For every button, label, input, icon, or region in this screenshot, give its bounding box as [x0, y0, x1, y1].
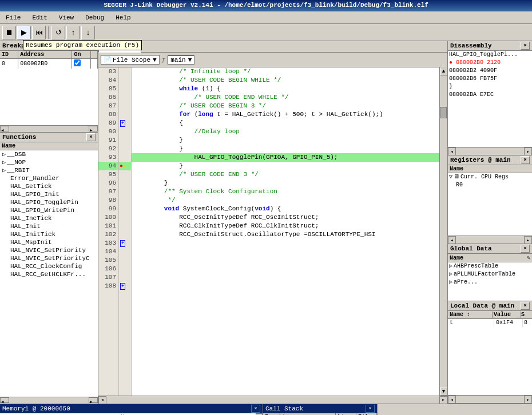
disasm-scroll-track [456, 147, 524, 155]
dropdown-arrow[interactable]: ▼ [153, 57, 157, 63]
functions-hscroll[interactable]: ◂ ▸ [0, 397, 98, 404]
func-item-hal-gpio-init[interactable]: HAL_GPIO_Init [0, 190, 98, 198]
expand-103[interactable]: + [120, 240, 125, 247]
tree-toggle[interactable]: ▷ [2, 167, 6, 174]
marker-94: ● ➤ [119, 162, 131, 170]
code-content[interactable]: /* Infinite loop */ /* USER CODE BEGIN W… [132, 67, 439, 396]
global-data-edit-icon[interactable]: ✎ [527, 254, 530, 261]
func-scope-dropdown[interactable]: main ▼ [168, 55, 194, 65]
resume-button[interactable]: ▶ [17, 26, 31, 39]
hscroll-left[interactable]: ◂ [98, 396, 106, 404]
global-data-col-header: Name ✎ [448, 254, 532, 262]
func-item-nop[interactable]: ▷ __NOP [0, 158, 98, 166]
func-item-hal-init[interactable]: HAL_Init [0, 222, 98, 230]
line-num-91: 91 [98, 136, 118, 145]
reg-scroll-right[interactable]: ▸ [524, 236, 532, 244]
functions-close[interactable]: × [86, 133, 96, 141]
func-item-hal-inittick[interactable]: HAL_InitTick [0, 230, 98, 238]
expand-108[interactable]: + [120, 283, 125, 290]
disasm-scroll-left[interactable]: ◂ [448, 147, 456, 155]
bp-checkbox[interactable] [74, 59, 81, 66]
code-line-93: } [132, 145, 439, 153]
disasm-scroll-right[interactable]: ▸ [524, 147, 532, 155]
registers-close[interactable]: × [521, 156, 530, 164]
functions-controls: × [86, 133, 96, 141]
func-dropdown-arrow[interactable]: ▼ [188, 57, 192, 63]
stop-button[interactable]: ⏹ [2, 26, 16, 39]
marker-105 [119, 256, 131, 265]
marker-89: + [119, 119, 131, 127]
func-item-hal-inctick[interactable]: HAL_IncTick [0, 214, 98, 222]
line-num-102: 102 [98, 230, 118, 239]
func-item-hal-gettick[interactable]: HAL_GetTick [0, 182, 98, 190]
file-scope-dropdown[interactable]: 📄 File Scope ▼ [101, 55, 160, 65]
marker-108: + [119, 282, 131, 290]
local-scroll-right[interactable]: ▸ [524, 396, 532, 404]
code-hscroll[interactable]: ◂ ▸ [98, 396, 447, 404]
reg-group-cpu: ▽ 🖥 Curr. CPU Regs [448, 173, 532, 181]
local-scroll-track [456, 396, 524, 403]
step-over-button[interactable]: ↺ [51, 26, 65, 39]
code-line-101: /** System Clock Configuration [132, 187, 439, 196]
scroll-left-btn[interactable]: ◂ [0, 397, 9, 403]
code-line-97: /* USER CODE END 3 */ [132, 170, 439, 179]
global-data-header: Global Data × [448, 244, 532, 254]
menu-file[interactable]: File [2, 14, 24, 22]
local-hscroll[interactable]: ◂ ▸ [448, 395, 532, 403]
tooltip: Resumes program execution (F5) [23, 40, 142, 50]
func-item-hal-rcc-clockconfig[interactable]: HAL_RCC_ClockConfig [0, 262, 98, 270]
func-item-hal-mspinit[interactable]: HAL_MspInit [0, 238, 98, 246]
func-item-error-handler[interactable]: Error_Handler [0, 174, 98, 182]
marker-88 [119, 110, 131, 119]
reset-button[interactable]: ⏮ [32, 26, 46, 39]
local-data-close[interactable]: × [521, 302, 530, 310]
marker-83 [119, 67, 131, 76]
func-label: HAL_GPIO_WritePin [10, 207, 74, 214]
func-item-hal-rcc-gethclkfr[interactable]: HAL_RCC_GetHCLKFr... [0, 270, 98, 278]
scroll-track [9, 126, 89, 132]
menu-edit[interactable]: Edit [29, 14, 50, 22]
disasm-hscroll[interactable]: ◂ ▸ [448, 147, 532, 155]
step-into-button[interactable]: ↑ [66, 26, 80, 39]
line-num-85: 85 [98, 85, 118, 93]
tree-toggle[interactable]: ▷ [2, 159, 6, 166]
func-item-rbit[interactable]: ▷ __RBIT [0, 166, 98, 174]
vscroll-up[interactable]: ▲ [440, 67, 448, 75]
expand-ahb[interactable]: ▷ [449, 262, 452, 270]
vscroll-thumb[interactable] [440, 107, 447, 118]
editor-toolbar-sep: ƒ [162, 57, 166, 63]
line-num-86: 86 [98, 93, 118, 102]
func-item-hal-nvic-setpriority[interactable]: HAL_NVIC_SetPriority [0, 246, 98, 254]
expand-apll[interactable]: ▷ [449, 270, 452, 278]
local-scroll-left[interactable]: ◂ [448, 396, 456, 404]
func-item-hal-nvic-setpriorityc[interactable]: HAL_NVIC_SetPriorityC [0, 254, 98, 262]
func-item-hal-gpio-writepin[interactable]: HAL_GPIO_WritePin [0, 206, 98, 214]
reg-group-toggle[interactable]: ▽ [449, 173, 452, 181]
step-out-button[interactable]: ↓ [81, 26, 95, 39]
memory-close[interactable]: × [251, 405, 260, 413]
menu-debug[interactable]: Debug [82, 14, 108, 22]
reg-scroll-left[interactable]: ◂ [448, 236, 456, 244]
disassembly-close[interactable]: × [521, 42, 530, 50]
main-layout: Breakpoints × ID Address On [0, 41, 532, 404]
code-line-84: /* USER CODE BEGIN WHILE */ [132, 76, 439, 85]
expand-89[interactable]: + [120, 120, 125, 127]
hscroll-right[interactable]: ▸ [439, 396, 447, 404]
menu-help[interactable]: Help [112, 14, 134, 22]
scroll-left-btn[interactable]: ◂ [0, 126, 9, 131]
reg-group-icon: 🖥 [454, 173, 459, 181]
menu-view[interactable]: View [55, 14, 77, 22]
code-vscroll[interactable]: ▲ ▼ [439, 67, 447, 396]
bp-checkbox-cell[interactable] [72, 59, 91, 69]
tree-toggle[interactable]: ▷ [2, 151, 6, 158]
reg-hscroll[interactable]: ◂ ▸ [448, 236, 532, 244]
vscroll-down[interactable]: ▼ [440, 388, 448, 396]
callstack-close[interactable]: × [366, 405, 375, 413]
global-data-close[interactable]: × [521, 245, 530, 253]
func-item-dsb[interactable]: ▷ __DSB [0, 150, 98, 158]
expand-apre[interactable]: ▷ [449, 278, 452, 286]
scroll-right-btn[interactable]: ▸ [89, 126, 98, 131]
bp-hscroll[interactable]: ◂ ▸ [0, 125, 98, 132]
scroll-right-btn[interactable]: ▸ [89, 397, 98, 403]
func-item-hal-gpio-togglepin[interactable]: HAL_GPIO_TogglePin [0, 198, 98, 206]
